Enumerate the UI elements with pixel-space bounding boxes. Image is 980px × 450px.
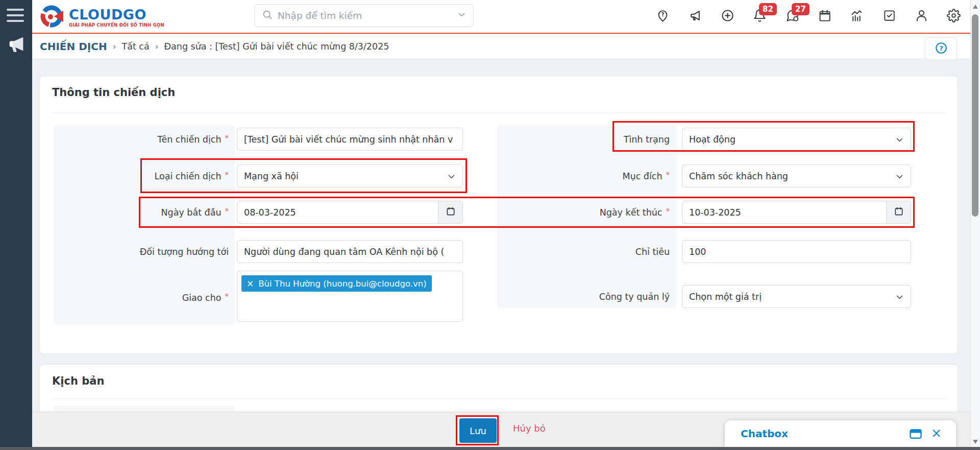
location-pin-icon: ? [656,9,670,25]
global-search [254,4,474,27]
field-label-muc-dich: Mục đích* [497,164,670,187]
campaign-info-title: Thông tin chiến dịch [52,86,175,99]
campaign-name-field [237,128,463,151]
checkin-button[interactable]: ? [654,8,671,25]
field-label-ten-chien-dich: Tên chiến dịch* [54,128,229,151]
start-date-picker-button[interactable] [438,201,462,223]
profile-button[interactable] [913,8,930,25]
target-audience-field [237,240,463,263]
gear-icon [947,9,961,25]
help-circle-icon: ? [935,41,948,57]
field-label-giao-cho: Giao cho* [54,286,229,309]
assigned-user-label: Bùi Thu Hường (huong.bui@cloudgo.vn) [258,279,426,289]
hamburger-menu-icon[interactable] [7,9,25,25]
purpose-select[interactable]: Chăm sóc khách hàng [682,164,911,187]
tasks-checkbox-icon [883,9,896,24]
field-label-ngay-ket-thuc: Ngày kết thúc* [497,201,670,224]
announcements-button[interactable] [687,8,704,25]
chevron-down-icon [895,135,904,146]
managing-company-select[interactable]: Chọn một giá trị [682,285,911,308]
target-quota-field [682,240,911,263]
breadcrumb-current: Đang sửa : [Test] Gửi bài viết chúc mừng… [164,41,389,52]
header: CLOUDGO GIẢI PHÁP CHUYỂN ĐỔI SỐ TINH GỌN [32,0,970,34]
campaign-type-select[interactable]: Mạng xã hội [237,164,463,187]
status-select[interactable]: Hoạt động [682,128,911,151]
field-label-cong-ty: Công ty quản lý [497,285,670,308]
calendar-icon [894,206,904,219]
remove-tag-icon[interactable]: × [247,278,254,289]
tasks-button[interactable] [880,8,898,25]
brand-name: CLOUDGO [69,8,164,21]
quick-create-button[interactable] [719,8,736,25]
save-button[interactable]: Lưu [459,418,497,443]
sidebar-item-campaigns[interactable] [5,34,28,57]
script-title: Kịch bản [52,375,104,387]
field-label-chi-tieu: Chỉ tiêu [497,240,670,263]
stats-icon [850,9,864,25]
cloudgo-logo-icon [38,3,65,32]
end-date-picker-button[interactable] [886,201,911,223]
calendar-icon [446,206,456,219]
app-root: CLOUDGO GIẢI PHÁP CHUYỂN ĐỔI SỐ TINH GỌN [0,0,980,450]
search-icon [262,9,273,22]
scrollbar-down-arrow[interactable] [973,440,978,444]
start-date-input[interactable] [237,201,438,223]
assigned-to-field[interactable]: × Bùi Thu Hường (huong.bui@cloudgo.vn) [237,271,463,322]
vertical-scrollbar [970,0,980,450]
cancel-button[interactable]: Hủy bỏ [513,423,546,434]
chatbox-expand-icon[interactable] [909,428,922,442]
plus-circle-icon [721,9,734,25]
chatbox-close-icon[interactable]: × [931,425,942,441]
chevron-down-icon [895,293,904,303]
divider [52,112,945,113]
reports-button[interactable] [848,8,865,25]
breadcrumb: CHIẾN DỊCH › Tất cả › Đang sửa : [Test] … [32,35,970,59]
brand-tagline: GIẢI PHÁP CHUYỂN ĐỔI SỐ TINH GỌN [69,22,164,28]
settings-button[interactable] [945,8,962,25]
user-icon [915,9,928,25]
chevron-down-icon [447,172,456,183]
end-date-field [682,201,911,224]
chatbox-panel[interactable]: Chatbox × [725,420,956,447]
svg-text:?: ? [661,12,664,17]
bottom-edge-strip [0,447,980,450]
campaign-name-input[interactable] [237,128,462,150]
help-button[interactable]: ? [925,37,957,60]
start-date-field [237,201,463,224]
field-label-loai-chien-dich: Loại chiến dịch* [54,164,229,187]
chevron-down-icon [895,172,904,183]
breadcrumb-section[interactable]: Tất cả [122,41,150,52]
svg-text:?: ? [939,44,943,52]
scrollbar-thumb[interactable] [972,14,978,217]
megaphone-icon [6,34,27,57]
target-audience-input[interactable] [237,241,462,263]
sidebar [0,0,32,450]
calendar-icon [818,9,831,25]
brand-logo[interactable]: CLOUDGO GIẢI PHÁP CHUYỂN ĐỔI SỐ TINH GỌN [38,3,164,32]
target-quota-input[interactable] [682,241,911,263]
divider [52,398,945,399]
field-label-ngay-bat-dau: Ngày bắt đầu* [54,201,229,224]
breadcrumb-separator: › [155,41,159,52]
calendar-button[interactable] [816,8,833,25]
field-label-doi-tuong: Đối tượng hướng tới [54,240,229,263]
search-dropdown-chevron-icon[interactable] [457,10,466,21]
chatbox-title: Chatbox [741,428,788,440]
breadcrumb-separator: › [113,41,116,52]
megaphone-outline-icon [689,9,702,25]
field-label-tinh-trang: Tình trạng [497,128,670,151]
search-input[interactable] [278,10,452,21]
notification-count-badge: 82 [759,3,777,15]
message-count-badge: 27 [792,3,810,15]
breadcrumb-module[interactable]: CHIẾN DỊCH [40,40,107,53]
scrollbar-up-arrow[interactable] [973,5,978,9]
campaign-info-card: Thông tin chiến dịch Tên chiến dịch* Loạ… [39,76,958,354]
assigned-user-tag: × Bùi Thu Hường (huong.bui@cloudgo.vn) [241,275,432,292]
end-date-input[interactable] [682,201,886,223]
